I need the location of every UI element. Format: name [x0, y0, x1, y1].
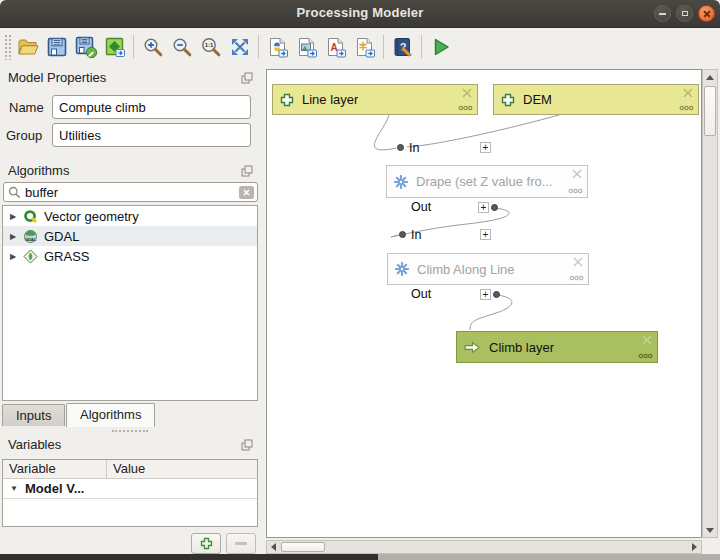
add-variable-button[interactable]: [191, 533, 221, 554]
port-dot[interactable]: [399, 231, 406, 238]
tree-item-gdal[interactable]: ▶ GDAL GDAL: [3, 226, 257, 246]
node-label: Line layer: [302, 92, 358, 107]
toolbar-separator: [133, 35, 134, 59]
maximize-button[interactable]: [676, 5, 693, 22]
export-as-image-button[interactable]: [292, 33, 321, 62]
scroll-left-button[interactable]: [267, 541, 280, 553]
column-value[interactable]: Value: [107, 460, 257, 478]
port-dot[interactable]: [491, 204, 498, 211]
tree-item-label: GDAL: [44, 229, 79, 244]
remove-variable-button[interactable]: [226, 533, 256, 554]
delete-node-icon[interactable]: [683, 88, 693, 98]
delete-node-icon[interactable]: [573, 257, 583, 267]
port-dot[interactable]: [397, 144, 404, 151]
undock-icon[interactable]: [241, 439, 253, 451]
help-book-icon: ?: [391, 35, 415, 59]
splitter-handle[interactable]: [112, 430, 148, 432]
gear-icon: [394, 175, 408, 189]
collapse-icon[interactable]: ▼: [3, 484, 25, 493]
node-label: DEM: [523, 92, 552, 107]
close-button[interactable]: [698, 5, 715, 22]
zoom-full-icon: [228, 35, 252, 59]
tree-item-vector-geometry[interactable]: ▶ Vector geometry: [3, 206, 257, 226]
variables-table-header[interactable]: Variable Value: [3, 460, 257, 479]
model-group-input[interactable]: [52, 123, 251, 147]
group-label: Group: [6, 128, 42, 143]
tree-item-grass[interactable]: ▶ GRASS: [3, 246, 257, 266]
node-label: Drape (set Z value fro...: [416, 174, 553, 189]
expand-port-button[interactable]: +: [480, 229, 491, 240]
zoom-out-icon: [170, 35, 194, 59]
folder-open-icon: [16, 35, 40, 59]
minimize-button[interactable]: [654, 5, 671, 22]
delete-node-icon[interactable]: [572, 169, 582, 179]
algorithm-search-box[interactable]: [3, 182, 258, 202]
run-model-button[interactable]: [426, 33, 455, 62]
vertical-scrollbar[interactable]: [702, 69, 718, 538]
model-name-input[interactable]: [52, 95, 251, 119]
delete-node-icon[interactable]: [462, 88, 472, 98]
horizontal-scrollbar[interactable]: [266, 540, 702, 554]
left-dock: Model Properties Name Group Algorithms: [0, 66, 264, 554]
save-model-button[interactable]: [42, 33, 71, 62]
titlebar[interactable]: Processing Modeler: [0, 0, 720, 28]
clear-search-icon[interactable]: [239, 186, 254, 199]
link-ports-icon[interactable]: [569, 275, 584, 281]
toolbar-separator: [421, 35, 422, 59]
tab-algorithms[interactable]: Algorithms: [66, 403, 155, 427]
export-as-svg-button[interactable]: [350, 33, 379, 62]
arrow-down-icon: [706, 528, 714, 533]
undock-icon[interactable]: [241, 165, 253, 177]
link-ports-icon[interactable]: [679, 105, 694, 111]
model-canvas[interactable]: Line layer DEM In + Drape (set Z value: [266, 69, 702, 538]
link-ports-icon[interactable]: [638, 353, 653, 359]
export-image-icon: [295, 35, 319, 59]
zoom-out-button[interactable]: [167, 33, 196, 62]
save-model-as-button[interactable]: [71, 33, 100, 62]
node-output-climb-layer[interactable]: Climb layer: [456, 331, 658, 363]
svg-text:1:1: 1:1: [204, 42, 213, 48]
port-dot[interactable]: [493, 291, 500, 298]
scroll-up-button[interactable]: [703, 70, 717, 84]
zoom-in-icon: [141, 35, 165, 59]
export-as-script-button[interactable]: [263, 33, 292, 62]
search-input[interactable]: [21, 185, 239, 200]
scroll-right-button[interactable]: [688, 541, 701, 553]
export-as-pdf-button[interactable]: A: [321, 33, 350, 62]
minimize-icon: [659, 13, 666, 15]
help-button[interactable]: ?: [388, 33, 417, 62]
node-algorithm-climb-along-line[interactable]: Climb Along Line: [387, 253, 589, 285]
node-input-dem[interactable]: DEM: [493, 84, 699, 115]
expand-icon[interactable]: ▶: [3, 212, 23, 221]
link-ports-icon[interactable]: [568, 188, 583, 194]
delete-node-icon[interactable]: [642, 335, 652, 345]
link-ports-icon[interactable]: [458, 105, 473, 111]
open-model-button[interactable]: [13, 33, 42, 62]
toolbar-separator: [258, 35, 259, 59]
zoom-actual-size-button[interactable]: 1:1: [196, 33, 225, 62]
column-variable[interactable]: Variable: [3, 460, 107, 478]
save-model-in-project-button[interactable]: [100, 33, 129, 62]
expand-port-button[interactable]: +: [480, 142, 491, 153]
zoom-in-button[interactable]: [138, 33, 167, 62]
export-script-icon: [266, 35, 290, 59]
expand-port-button[interactable]: +: [478, 202, 489, 213]
scroll-down-button[interactable]: [703, 523, 717, 537]
output-arrow-icon: [464, 341, 481, 354]
expand-port-button[interactable]: +: [480, 289, 491, 300]
expand-icon[interactable]: ▶: [3, 232, 23, 241]
node-algorithm-drape[interactable]: Drape (set Z value fro...: [386, 165, 588, 198]
horizontal-scroll-thumb[interactable]: [281, 542, 325, 552]
arrow-right-icon: [692, 543, 697, 551]
grass-icon: [23, 249, 38, 264]
tab-inputs[interactable]: Inputs: [2, 404, 65, 426]
expand-icon[interactable]: ▶: [3, 252, 23, 261]
vertical-scroll-thumb[interactable]: [704, 86, 716, 136]
node-input-line-layer[interactable]: Line layer: [272, 84, 478, 115]
tree-item-label: Vector geometry: [44, 209, 139, 224]
toolbar-grip[interactable]: [4, 34, 11, 60]
zoom-full-button[interactable]: [225, 33, 254, 62]
maximize-icon: [682, 11, 688, 16]
variables-group-row[interactable]: ▼ Model V...: [3, 479, 257, 499]
undock-icon[interactable]: [241, 72, 253, 84]
